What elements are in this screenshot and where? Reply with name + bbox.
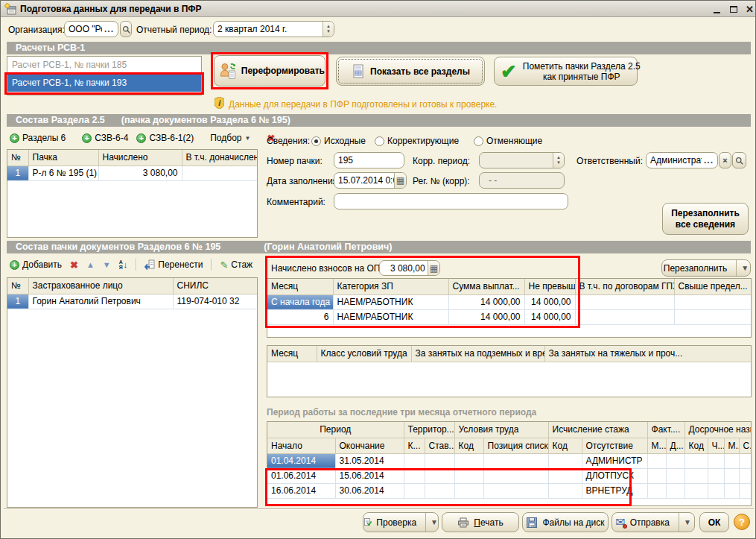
reg-nomer-input[interactable]: - - xyxy=(479,172,565,189)
pay-row-gph[interactable] xyxy=(575,294,674,309)
pay-row-sum[interactable]: 14 000,00 xyxy=(448,294,524,309)
spin-down-icon[interactable]: ▼ xyxy=(326,29,331,34)
period-cell[interactable] xyxy=(404,483,425,498)
pay-row-month[interactable]: 6 xyxy=(267,309,333,324)
period-cell[interactable] xyxy=(454,483,483,498)
otvetstvennyy-clear-button[interactable]: × xyxy=(719,152,731,168)
period-end[interactable]: 15.06.2014 xyxy=(335,468,404,483)
data-zapolneniya-input[interactable]: 15.07.2014 0:0 ▦ xyxy=(334,172,407,189)
add-szv64-button[interactable]: + СЗВ-6-4 xyxy=(79,131,131,145)
refill-button[interactable]: Перезаполнить ▼ xyxy=(661,259,751,277)
delete-person-button[interactable]: ✖ xyxy=(67,258,81,272)
period-cell[interactable] xyxy=(666,483,684,498)
period-start[interactable]: 01.06.2014 xyxy=(267,468,335,483)
period-cell[interactable] xyxy=(548,468,582,483)
ellipsis-icon[interactable]: ... xyxy=(104,24,114,34)
move-up-button[interactable]: ▲ xyxy=(83,259,98,271)
pack-table-row[interactable]: 1 Р-л 6 № 195 (1) 3 080,00 xyxy=(7,166,257,180)
period-cell[interactable] xyxy=(425,483,454,498)
spin-up-icon[interactable]: ▲ xyxy=(556,155,561,160)
move-down-button[interactable]: ▼ xyxy=(100,259,114,271)
persons-table-row[interactable]: 1 Горин Анатолий Петрович 119-074-010 32 xyxy=(7,294,257,309)
pay-row-gph[interactable] xyxy=(575,309,674,324)
pay-row-within[interactable]: 14 000,00 xyxy=(524,309,575,324)
period-cell[interactable] xyxy=(708,468,724,483)
reform-button[interactable]: Переформировать xyxy=(214,55,325,86)
refill-all-button[interactable]: Перезаполнить все сведения xyxy=(662,203,749,235)
pay-row-over[interactable] xyxy=(674,309,751,324)
pack-row-accrued[interactable]: 3 080,00 xyxy=(98,166,182,180)
period-absence[interactable]: ДЛОТПУСК xyxy=(582,468,647,483)
pay-row-over[interactable] xyxy=(674,294,751,309)
dropdown-icon[interactable]: ▼ xyxy=(425,513,438,532)
ok-button[interactable]: ОК xyxy=(699,512,729,532)
period-cell[interactable] xyxy=(548,453,582,468)
period-absence[interactable]: АДМИНИСТР xyxy=(582,453,647,468)
radio-ishodnye[interactable] xyxy=(311,136,321,146)
period-cell[interactable] xyxy=(425,453,454,468)
maximize-button[interactable] xyxy=(727,4,740,15)
close-button[interactable]: ✕ xyxy=(743,4,756,15)
period-cell[interactable] xyxy=(739,468,751,483)
person-row-snils[interactable]: 119-074-010 32 xyxy=(173,294,257,309)
pay-table-row[interactable]: С начала года НАЕМ/РАБОТНИК 14 000,00 14… xyxy=(267,294,751,309)
period-cell[interactable] xyxy=(708,453,724,468)
podbor-button[interactable]: Подбор ▼ xyxy=(207,131,253,145)
add-person-button[interactable]: + Добавить xyxy=(7,258,65,271)
help-button[interactable]: ? xyxy=(734,514,750,530)
period-cell[interactable] xyxy=(483,483,548,498)
period-table-row[interactable]: 01.04.2014 31.05.2014 АДМИНИСТР xyxy=(267,453,751,468)
period-cell[interactable] xyxy=(739,483,751,498)
period-cell[interactable] xyxy=(404,453,425,468)
period-cell[interactable] xyxy=(454,453,483,468)
spin-up-icon[interactable]: ▲ xyxy=(326,24,331,29)
add-szv612-button[interactable]: + СЗВ-6-1(2) xyxy=(133,131,197,145)
period-cell[interactable] xyxy=(708,483,724,498)
show-all-sections-button[interactable]: Показать все разделы xyxy=(336,57,485,86)
sort-button[interactable]: А Я ↓ xyxy=(116,258,131,271)
period-cell[interactable] xyxy=(724,483,739,498)
period-end[interactable]: 30.06.2014 xyxy=(335,483,404,498)
files-to-disk-button[interactable]: ток Файлы на диск xyxy=(522,512,609,532)
period-cell[interactable] xyxy=(739,453,751,468)
ellipsis-icon[interactable]: ... xyxy=(704,155,714,166)
kommentariy-input[interactable] xyxy=(334,193,568,209)
organization-input[interactable]: ООО "Ромашки" ... xyxy=(64,21,118,37)
period-cell[interactable] xyxy=(666,468,684,483)
korr-period-spinner[interactable]: ▲ ▼ xyxy=(553,153,564,168)
pay-row-month[interactable]: С начала года xyxy=(267,294,333,309)
period-cell[interactable] xyxy=(724,453,739,468)
person-row-name[interactable]: Горин Анатолий Петрович xyxy=(28,294,173,309)
korr-period-input[interactable]: ▲ ▼ xyxy=(479,152,565,168)
pack-row-pack[interactable]: Р-л 6 № 195 (1) xyxy=(28,166,98,180)
mark-accepted-button[interactable]: ✔ Пометить пачки Раздела 2.5 как приняты… xyxy=(494,57,638,86)
period-cell[interactable] xyxy=(684,453,708,468)
dropdown-icon[interactable]: ▼ xyxy=(679,513,691,532)
period-cell[interactable] xyxy=(404,468,425,483)
period-absence[interactable]: ВРНЕТРУД xyxy=(582,483,647,498)
person-row-num[interactable]: 1 xyxy=(7,294,28,309)
period-cell[interactable] xyxy=(684,483,708,498)
calendar-icon[interactable]: ▦ xyxy=(394,173,406,188)
radio-korrektiruyushchie[interactable] xyxy=(375,136,384,146)
ops-input[interactable]: 3 080,00 ▦ xyxy=(379,260,440,276)
stazh-button[interactable]: ✎ Стаж xyxy=(217,258,255,272)
organization-search-button[interactable] xyxy=(120,21,132,37)
period-table-row[interactable]: 16.06.2014 30.06.2014 ВРНЕТРУД xyxy=(267,483,751,498)
period-start[interactable]: 16.06.2014 xyxy=(267,483,335,498)
period-cell[interactable] xyxy=(548,483,582,498)
period-cell[interactable] xyxy=(684,468,708,483)
period-start[interactable]: 01.04.2014 xyxy=(267,453,335,468)
pay-row-within[interactable]: 14 000,00 xyxy=(524,294,575,309)
list-item-pack-185[interactable]: Расчет РСВ-1, № пачки 185 xyxy=(7,57,201,74)
pay-row-category[interactable]: НАЕМ/РАБОТНИК xyxy=(333,294,448,309)
period-cell[interactable] xyxy=(425,468,454,483)
calculator-icon[interactable]: ▦ xyxy=(428,261,439,275)
pay-row-sum[interactable]: 14 000,00 xyxy=(448,309,524,324)
period-spinner[interactable]: ▲ ▼ xyxy=(323,22,334,37)
period-cell[interactable] xyxy=(647,483,666,498)
period-input[interactable]: 2 квартал 2014 г. ▲ ▼ xyxy=(213,21,334,37)
nomer-pachki-input[interactable]: 195 xyxy=(334,152,404,168)
print-button[interactable]: Печать xyxy=(442,512,519,532)
perenesti-button[interactable]: Перенести xyxy=(142,258,206,271)
